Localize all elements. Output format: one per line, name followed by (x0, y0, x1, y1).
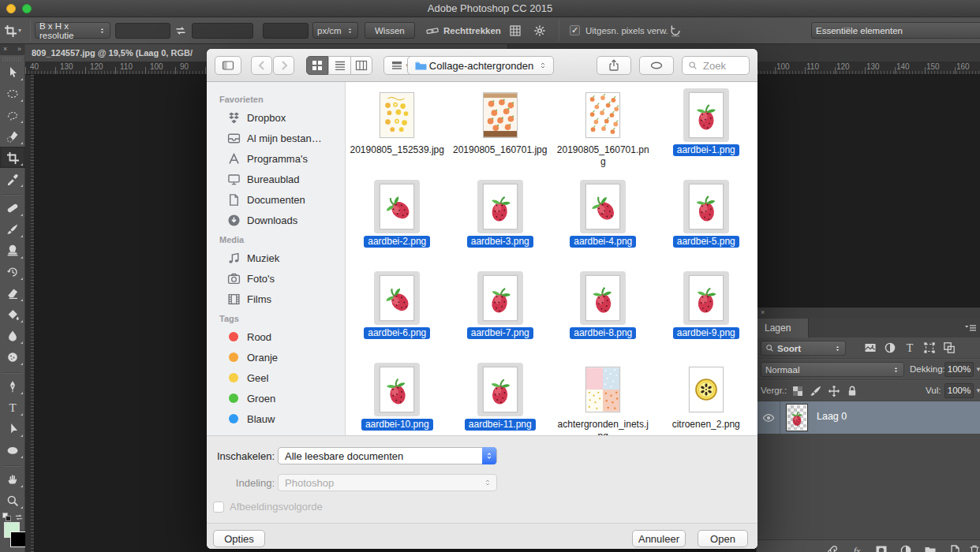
straighten-button[interactable]: Rechttrekken (426, 22, 501, 39)
file-name[interactable]: 20190805_160701.png (555, 144, 650, 168)
layer-thumbnail[interactable] (787, 405, 807, 431)
lock-pixels-icon[interactable] (810, 385, 822, 397)
path-selection-tool[interactable] (0, 418, 25, 439)
gradient-tool[interactable] (0, 304, 25, 325)
blur-tool[interactable] (0, 325, 25, 346)
panel-menu-icon[interactable] (964, 322, 977, 334)
file-thumbnail[interactable] (374, 363, 420, 416)
file-item[interactable]: aardbei-3.png (449, 178, 552, 270)
share-button[interactable] (597, 56, 631, 75)
file-name[interactable]: 20190805_152539.jpg (350, 144, 444, 156)
marquee-tool[interactable] (0, 83, 25, 104)
swap-colors-icon[interactable] (14, 513, 24, 522)
crop-height-field[interactable] (192, 23, 253, 39)
link-layers-icon[interactable] (826, 544, 839, 552)
open-button[interactable]: Open (698, 530, 748, 547)
move-tool[interactable] (0, 62, 25, 83)
file-item[interactable]: citroenen_2.png (655, 361, 758, 435)
sidebar-item-foto-s[interactable]: Foto's (207, 268, 345, 289)
clone-stamp-tool[interactable] (0, 240, 25, 261)
adjustment-layer-icon[interactable] (900, 544, 912, 552)
sidebar-item-documenten[interactable]: Documenten (207, 189, 345, 210)
layer-name[interactable]: Laag 0 (817, 411, 847, 422)
sidebar-item-groen[interactable]: Groen (207, 388, 345, 408)
quick-selection-tool[interactable] (0, 125, 25, 147)
delete-cropped-pixels-checkbox[interactable]: ✓ Uitgesn. pixels verw. (570, 22, 668, 39)
file-name[interactable]: achtergronden_inets.jpg (555, 419, 650, 435)
file-thumbnail[interactable] (580, 180, 626, 233)
add-mask-icon[interactable] (875, 544, 888, 552)
filter-shape-layers-icon[interactable] (923, 341, 936, 354)
background-color-swatch[interactable] (10, 531, 26, 547)
eraser-tool[interactable] (0, 282, 25, 304)
file-item[interactable]: 20190805_160701.jpg (449, 87, 552, 178)
file-item[interactable]: aardbei-7.png (449, 270, 552, 361)
file-name[interactable]: aardbei-6.png (364, 327, 430, 339)
layer-style-icon[interactable]: fx (851, 544, 863, 552)
tab-lagen[interactable]: Lagen (757, 319, 809, 338)
blend-mode-dropdown[interactable]: Normaal (761, 362, 904, 377)
sidebar-item-geel[interactable]: Geel (207, 367, 345, 388)
crop-ratio-dropdown[interactable]: B x H x resolutie (35, 22, 110, 39)
file-item[interactable]: aardbei-9.png (655, 270, 758, 361)
file-name[interactable]: aardbei-4.png (570, 236, 636, 248)
file-name[interactable]: aardbei-3.png (467, 236, 533, 248)
list-view-button[interactable] (328, 56, 350, 75)
file-name[interactable]: citroenen_2.png (672, 419, 740, 431)
file-name[interactable]: aardbei-1.png (673, 144, 739, 156)
lasso-tool[interactable] (0, 104, 25, 125)
healing-brush-tool[interactable] (0, 197, 25, 218)
file-item[interactable]: aardbei-11.png (449, 361, 552, 435)
search-input[interactable]: Zoek (682, 56, 750, 75)
eyedropper-tool[interactable] (0, 168, 25, 189)
file-item[interactable]: 20190805_152539.jpg (346, 87, 449, 178)
sidebar-item-films[interactable]: Films (207, 289, 345, 309)
lock-transparency-icon[interactable] (791, 385, 804, 397)
file-name[interactable]: aardbei-11.png (465, 419, 536, 431)
file-item[interactable]: aardbei-5.png (655, 178, 758, 270)
crop-tool[interactable] (0, 147, 25, 168)
column-view-button[interactable] (350, 56, 372, 75)
pen-tool[interactable] (0, 375, 25, 397)
opacity-value[interactable]: 100% (944, 362, 974, 377)
crop-overlay-options-button[interactable] (509, 22, 522, 39)
file-name[interactable]: 20190805_160701.jpg (453, 144, 547, 156)
file-item[interactable]: aardbei-8.png (552, 270, 655, 361)
shape-tool[interactable] (0, 439, 25, 461)
file-item[interactable]: aardbei-2.png (346, 178, 449, 270)
file-item[interactable]: 20190805_160701.png (552, 87, 655, 178)
file-thumbnail[interactable] (374, 88, 420, 142)
file-name[interactable]: aardbei-8.png (570, 327, 636, 339)
file-name[interactable]: aardbei-5.png (673, 236, 739, 248)
sidebar-item-rood[interactable]: Rood (207, 326, 345, 347)
sidebar-item-muziek[interactable]: Muziek (207, 248, 345, 268)
file-thumbnail[interactable] (683, 271, 729, 325)
sidebar-item-programma-s[interactable]: Programma's (207, 148, 345, 169)
file-thumbnail[interactable] (683, 180, 729, 233)
hand-tool[interactable] (0, 468, 25, 490)
zoom-tool[interactable] (0, 490, 25, 511)
close-icon[interactable]: × (3, 45, 7, 54)
file-item[interactable]: achtergronden_inets.jpg (552, 361, 655, 435)
filter-pixel-layers-icon[interactable] (864, 341, 877, 354)
new-group-icon[interactable] (924, 544, 937, 552)
layer-filter-dropdown[interactable]: Soort (761, 341, 846, 356)
crop-resolution-field[interactable] (263, 23, 309, 39)
chevron-down-icon[interactable]: ▼ (975, 387, 980, 394)
sidebar-item-dropbox[interactable]: Dropbox (207, 107, 345, 128)
layer-visibility-toggle[interactable] (757, 401, 780, 434)
resolution-unit-dropdown[interactable]: px/cm (312, 22, 358, 39)
file-thumbnail[interactable] (477, 363, 523, 416)
back-button[interactable] (251, 56, 272, 75)
palette-grip[interactable]: ||||||||| (0, 55, 24, 62)
workspace-dropdown[interactable]: Essentiële elementen (811, 22, 980, 39)
sidebar-toggle-button[interactable] (215, 56, 241, 75)
file-thumbnail[interactable] (580, 271, 626, 325)
collapse-icon[interactable]: » (17, 45, 21, 54)
file-thumbnail[interactable] (374, 180, 420, 233)
dodge-tool[interactable] (0, 346, 25, 367)
file-thumbnail[interactable] (580, 88, 626, 142)
crop-width-field[interactable] (115, 23, 170, 39)
delete-layer-icon[interactable] (968, 544, 980, 552)
file-thumbnail[interactable] (477, 180, 523, 233)
